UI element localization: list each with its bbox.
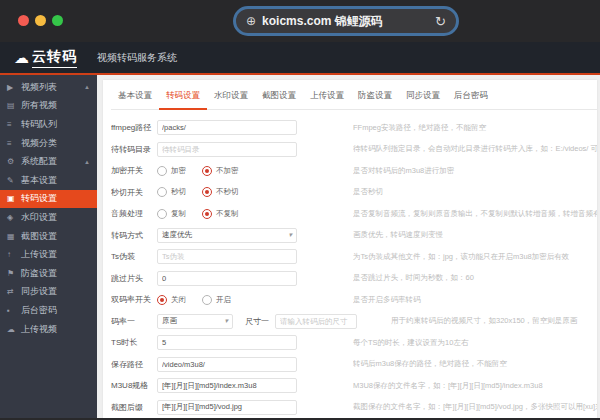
tab-transcode-settings[interactable]: 转码设置 (159, 88, 207, 110)
sidebar-item-upload-video[interactable]: ☁ 上传视频 (0, 320, 97, 339)
radio-encrypt-off[interactable]: 不加密 (202, 166, 239, 176)
field-hint: 是否对转码后的m3u8进行加密 (353, 166, 597, 176)
sidebar-item-label: 所有视频 (21, 99, 57, 112)
transcode-mode-select[interactable]: 速度优先 ▾ (157, 228, 297, 243)
sidebar-group-system-config[interactable]: ⚙ 系统配置 ▲ (0, 152, 97, 171)
size-one-input[interactable] (275, 314, 357, 329)
radio-dualrate-off[interactable]: 关闭 (157, 295, 186, 305)
transcode-settings-form: ffmpeg路径 FFmpeg安装路径，绝对路径，不能留空 待转码目录 待转码队… (111, 117, 597, 418)
radio-seccut-off[interactable]: 不秒切 (202, 187, 239, 197)
sidebar-item-watermark-settings[interactable]: ◈ 水印设置 (0, 208, 97, 227)
field-hint: 截图保存的文件名字，如：[年][月][日][md5]/vod.jpg，多张快照可… (353, 402, 597, 412)
sidebar-item-all-videos[interactable]: ▤ 所有视频 (0, 97, 97, 116)
tab-basic-settings[interactable]: 基本设置 (111, 88, 159, 109)
sidebar-item-label: 系统配置 (21, 155, 57, 168)
radio-checked-icon (157, 295, 167, 305)
radio-checked-icon (202, 166, 212, 176)
address-bar[interactable]: ⊕ koicms.com 锦鲤源码 ↻ (233, 6, 459, 36)
sidebar-item-sync-settings[interactable]: ⇄ 同步设置 (0, 283, 97, 302)
form-row-encrypt-switch: 加密开关 加密 不加密 是否对转码后的m3u8进行加密 (111, 160, 597, 182)
brand-name: 云转码 (32, 48, 77, 68)
form-row-pending-dir: 待转码目录 待转码队列指定目录，会自动对此目录进行转码并入库，如：E:/vide… (111, 139, 597, 161)
field-hint: 是否开启多码率转码 (353, 295, 597, 305)
tab-upload-settings[interactable]: 上传设置 (303, 88, 351, 109)
ffmpeg-path-input[interactable] (157, 120, 297, 135)
skip-intro-input[interactable] (157, 271, 297, 286)
form-row-transcode-mode: 转码方式 速度优先 ▾ 画质优先，转码速度则变慢 (111, 225, 597, 247)
sidebar-group-video-list[interactable]: ▶ 视频列表 ▲ (0, 78, 97, 97)
form-row-snapshot-suffix: 截图后缀 截图保存的文件名字，如：[年][月][日][md5]/vod.jpg，… (111, 397, 597, 419)
form-row-ts-disguise: Ts伪装 为Ts伪装成其他文件，如：jpg，该功能只在开启m3u8加密后有效 (111, 246, 597, 268)
chevron-down-icon: ▾ (224, 317, 228, 325)
field-label: 双码率开关 (111, 294, 157, 305)
form-row-m3u8-spec: M3U8规格 M3U8保存的文件名字，如：[年][月][日][md5]/inde… (111, 375, 597, 397)
radio-checked-icon (202, 209, 212, 219)
app-subtitle: 视频转码服务系统 (97, 51, 177, 65)
radio-icon (157, 166, 167, 176)
radio-label: 不加密 (216, 166, 239, 176)
tab-watermark-settings[interactable]: 水印设置 (207, 88, 255, 109)
sidebar-item-transcode-queue[interactable]: ≡ 转码队列 (0, 115, 97, 134)
maximize-window-button[interactable] (52, 15, 63, 26)
globe-icon: ⊕ (246, 14, 256, 28)
radio-label: 关闭 (171, 295, 186, 305)
field-label: TS时长 (111, 337, 157, 348)
field-hint: 用于约束转码后的视频尺寸，如320x150，留空则是原画 (391, 316, 597, 326)
pending-dir-input[interactable] (157, 142, 297, 157)
browser-chrome: ⊕ koicms.com 锦鲤源码 ↻ (0, 0, 600, 42)
ts-disguise-input[interactable] (157, 249, 297, 264)
sidebar-item-label: 后台密码 (21, 304, 57, 317)
radio-label: 秒切 (171, 187, 186, 197)
tab-screenshot-settings[interactable]: 截图设置 (255, 88, 303, 109)
radio-icon (157, 209, 167, 219)
tab-antitheft-settings[interactable]: 防盗设置 (351, 88, 399, 109)
ts-duration-input[interactable] (157, 335, 297, 350)
field-label: 转码方式 (111, 230, 157, 241)
traffic-lights (18, 15, 63, 26)
settings-card: 基本设置 转码设置 水印设置 截图设置 上传设置 防盗设置 同步设置 后台密码 … (103, 80, 597, 418)
sidebar-item-video-categories[interactable]: ≡ 视频分类 (0, 134, 97, 153)
field-hint: FFmpeg安装路径，绝对路径，不能留空 (353, 123, 597, 133)
select-value: 原画 (162, 316, 177, 326)
refresh-icon[interactable]: ↻ (435, 14, 446, 29)
sidebar-item-screenshot-settings[interactable]: ▦ 截图设置 (0, 227, 97, 246)
save-path-input[interactable] (157, 357, 297, 372)
form-row-dual-bitrate: 双码率开关 关闭 开启 是否开启多码率转码 (111, 289, 597, 311)
sidebar-item-antitheft-settings[interactable]: ⚑ 防盗设置 (0, 264, 97, 283)
radio-dualrate-on[interactable]: 开启 (202, 295, 231, 305)
bitrate-one-select[interactable]: 原画 ▾ (157, 314, 233, 329)
sidebar-item-upload-settings[interactable]: ↑ 上传设置 (0, 245, 97, 264)
sidebar-item-label: 基本设置 (21, 174, 57, 187)
field-hint: 是否秒切 (353, 187, 597, 197)
video-list-icon: ▶ (7, 83, 21, 92)
sidebar-item-basic-settings[interactable]: ✎ 基本设置 (0, 171, 97, 190)
field-label: 秒切开关 (111, 187, 157, 198)
radio-seccut-on[interactable]: 秒切 (157, 187, 186, 197)
chevron-up-icon: ▲ (84, 159, 90, 165)
form-row-bitrate-one: 码率一 原画 ▾ 尺寸一 用于约束转码后的视频尺寸，如320x150，留空则是原… (111, 311, 597, 333)
field-hint: 待转码队列指定目录，会自动对此目录进行转码并入库，如：E:/videos/ 可留… (353, 144, 597, 154)
snapshot-suffix-input[interactable] (157, 400, 297, 415)
radio-label: 复制 (171, 209, 186, 219)
radio-audio-nocopy[interactable]: 不复制 (202, 209, 239, 219)
field-label: ffmpeg路径 (111, 122, 157, 133)
form-row-skip-intro: 跳过片头 是否跳过片头，时间为秒数，如：60 (111, 268, 597, 290)
tab-sync-settings[interactable]: 同步设置 (399, 88, 447, 109)
m3u8-spec-input[interactable] (157, 378, 297, 393)
radio-checked-icon (202, 187, 212, 197)
sidebar-item-label: 水印设置 (21, 211, 57, 224)
radio-encrypt-on[interactable]: 加密 (157, 166, 186, 176)
content-area: 基本设置 转码设置 水印设置 截图设置 上传设置 防盗设置 同步设置 后台密码 … (97, 75, 600, 418)
sidebar-item-label: 转码队列 (21, 118, 57, 131)
field-hint: M3U8保存的文件名字，如：[年][月][日][md5]/index.m3u8 (353, 381, 597, 391)
sidebar-item-label: 上传设置 (21, 248, 57, 261)
sidebar-item-admin-password[interactable]: ▪ 后台密码 (0, 301, 97, 320)
radio-audio-copy[interactable]: 复制 (157, 209, 186, 219)
close-window-button[interactable] (18, 15, 29, 26)
sidebar-item-transcode-settings[interactable]: ▣ 转码设置 (0, 190, 97, 209)
tab-admin-password[interactable]: 后台密码 (447, 88, 495, 109)
app-window: ⊕ koicms.com 锦鲤源码 ↻ ☁ 云转码 视频转码服务系统 ▶ 视频列… (0, 0, 600, 420)
field-label: 待转码目录 (111, 144, 157, 155)
minimize-window-button[interactable] (35, 15, 46, 26)
settings-tabs: 基本设置 转码设置 水印设置 截图设置 上传设置 防盗设置 同步设置 后台密码 (111, 88, 597, 110)
